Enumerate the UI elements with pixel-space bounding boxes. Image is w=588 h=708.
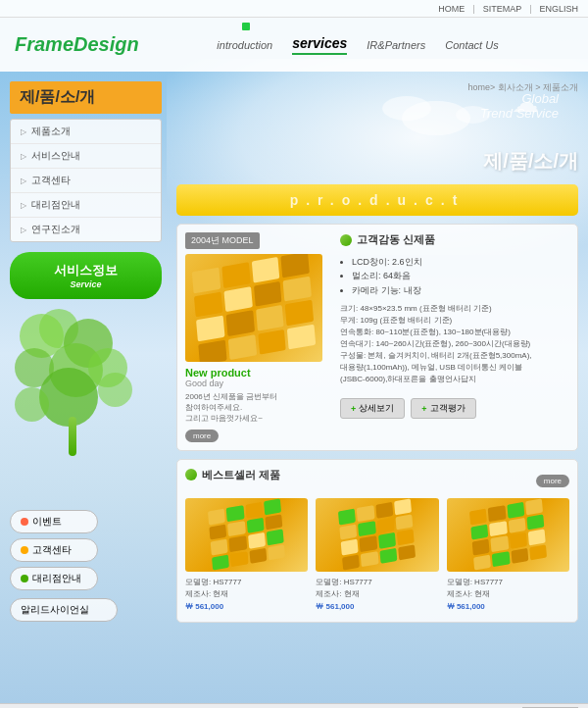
tree-decoration	[10, 309, 162, 505]
logo-design: Design	[74, 33, 139, 55]
more-btn-main[interactable]: more	[185, 430, 219, 442]
tile-grid-small-3	[469, 499, 547, 571]
customer-dot	[21, 546, 28, 554]
logo: FrameDesign	[15, 33, 142, 56]
english-link[interactable]: ENGLISH	[539, 4, 578, 14]
new-product-label: New product	[185, 367, 332, 379]
global-text: Global Trend Service	[480, 91, 559, 121]
icon-buttons: 이벤트 고객센타 대리점안내 알리드사이언실	[10, 510, 162, 622]
sidebar-item-service[interactable]: 서비스안내	[11, 144, 161, 169]
section-header: 고객감동 신제품	[340, 232, 569, 247]
new-product-sub: Good day	[185, 379, 332, 388]
products-grid: 모델명: HS7777 제조사: 현재 ￦ 561,000	[185, 498, 569, 614]
maker-2: 제조사: 현재	[316, 588, 438, 601]
product-info: 고객감동 신제품 LCD창이: 2.6인치 멀소리: 64화음 카메라 기능: …	[340, 232, 569, 442]
dealer-btn[interactable]: 대리점안내	[10, 567, 98, 590]
customer-label: 고객센타	[32, 543, 72, 557]
footer: Copyright© 2004 All rights reserved. Fra…	[0, 703, 588, 708]
tile-grid-small-2	[338, 499, 416, 571]
page-title-korean: 제/품/소/개	[483, 148, 578, 175]
sidebar-item-dealer[interactable]: 대리점안내	[11, 193, 161, 218]
ask-label: 알리드사이언실	[21, 604, 89, 615]
header: FrameDesign introduction services IR&Par…	[0, 18, 588, 72]
section-title: 고객감동 신제품	[357, 232, 435, 247]
main-content: ☁ Global Trend Service home> 회사소개 > 제품소개…	[172, 72, 588, 703]
sidebar-item-customer[interactable]: 고객센타	[11, 169, 161, 193]
yellow-banner: p.r.o.d.u.c.t	[176, 184, 578, 216]
product-card-img-2	[316, 498, 438, 572]
top-nav-bar: HOME | SITEMAP | ENGLISH	[0, 0, 588, 18]
action-buttons: + 상세보기 + 고객평가	[340, 393, 569, 419]
spec-detail: 크기: 48×95×23.5 mm (표준형 배터리 기준) 무게: 109g …	[340, 303, 569, 385]
maker-3: 제조사: 현재	[447, 588, 569, 601]
product-card-1: 모델명: HS7777 제조사: 현재 ￦ 561,000	[185, 498, 308, 614]
bestseller-title: 베스트셀러 제품	[202, 468, 280, 482]
sidebar-item-research[interactable]: 연구진소개	[11, 218, 161, 241]
event-label: 이벤트	[32, 515, 62, 529]
tile-grid-small-1	[208, 499, 285, 571]
model-1: 모델명: HS7777	[185, 577, 308, 589]
nav-contact[interactable]: Contact Us	[445, 39, 498, 51]
section-dot	[340, 234, 352, 246]
product-card-info-3: 모델명: HS7777 제조사: 현재 ￦ 561,000	[447, 577, 569, 614]
service-btn-label: 서비스정보	[20, 262, 152, 279]
spec-item-3: 카메라 기능: 내장	[352, 283, 569, 297]
product-main-section: 2004년 MODEL	[176, 224, 578, 451]
product-card-img-1	[185, 498, 308, 572]
detail-label: 상세보기	[359, 402, 394, 415]
nav-services[interactable]: services	[292, 35, 347, 55]
page-header: ☁ Global Trend Service home> 회사소개 > 제품소개…	[176, 81, 578, 179]
nav-ir[interactable]: IR&Partners	[367, 39, 425, 51]
sidebar: 제/품/소/개 제품소개 서비스안내 고객센타 대리점안내 연구진소개 서비스정…	[0, 72, 172, 703]
review-label: 고객평가	[430, 402, 466, 415]
product-card-3: 모델명: HS7777 제조사: 현재 ￦ 561,000	[447, 498, 569, 614]
logo-frame: Frame	[15, 33, 74, 55]
bestseller-header: 베스트셀러 제품 more	[185, 468, 569, 490]
model-2: 모델명: HS7777	[316, 577, 438, 589]
product-desc: 2006년 신제품을 금번부터참여하여주세요.그리고 마음껏가세요~	[185, 391, 332, 425]
plus-icon-1: +	[351, 404, 356, 414]
detail-btn[interactable]: + 상세보기	[340, 398, 405, 419]
product-card-info-1: 모델명: HS7777 제조사: 현재 ￦ 561,000	[185, 577, 308, 614]
sep2: |	[529, 4, 531, 14]
model-tag: 2004년 MODEL	[185, 232, 260, 249]
nav-links: introduction services IR&Partners Contac…	[142, 35, 573, 55]
product-card-2: 모델명: HS7777 제조사: 현재 ￦ 561,000	[316, 498, 438, 614]
dealer-label: 대리점안내	[32, 572, 81, 585]
product-card-img-3	[447, 498, 569, 572]
tile-grid	[192, 254, 316, 362]
spec-item-2: 멀소리: 64화음	[352, 269, 569, 282]
home-link[interactable]: HOME	[438, 4, 465, 14]
sidebar-menu: 제품소개 서비스안내 고객센타 대리점안내 연구진소개	[10, 119, 162, 242]
service-info-button[interactable]: 서비스정보 Service	[10, 252, 162, 299]
ask-btn[interactable]: 알리드사이언실	[10, 598, 118, 622]
spec-list: LCD창이: 2.6인치 멀소리: 64화음 카메라 기능: 내장	[340, 255, 569, 297]
plus-icon-2: +	[421, 404, 426, 414]
price-1: ￦ 561,000	[185, 601, 308, 614]
dealer-dot	[21, 575, 28, 582]
review-btn[interactable]: + 고객평가	[411, 398, 475, 419]
bestseller-section: 베스트셀러 제품 more	[176, 459, 578, 623]
event-dot	[21, 518, 28, 526]
product-card-info-2: 모델명: HS7777 제조사: 현재 ￦ 561,000	[316, 577, 438, 614]
spec-item-1: LCD창이: 2.6인치	[352, 255, 569, 269]
sep1: |	[472, 4, 474, 14]
sidebar-item-product[interactable]: 제품소개	[11, 120, 161, 144]
sitemap-link[interactable]: SITEMAP	[483, 4, 522, 14]
services-indicator	[242, 23, 250, 30]
product-image	[185, 254, 322, 362]
bestseller-more-btn[interactable]: more	[536, 475, 569, 487]
service-btn-sub: Service	[20, 279, 152, 289]
model-3: 모델명: HS7777	[447, 577, 569, 589]
customer-btn[interactable]: 고객센타	[10, 538, 98, 562]
content-area: 제/품/소/개 제품소개 서비스안내 고객센타 대리점안내 연구진소개 서비스정…	[0, 72, 588, 703]
event-btn[interactable]: 이벤트	[10, 510, 98, 533]
maker-1: 제조사: 현재	[185, 588, 308, 601]
cloud-2	[382, 96, 431, 121]
bestseller-dot	[185, 469, 197, 480]
price-2: ￦ 561,000	[316, 601, 438, 614]
nav-introduction[interactable]: introduction	[217, 39, 272, 51]
bestseller-title-group: 베스트셀러 제품	[185, 468, 280, 482]
price-3: ￦ 561,000	[447, 601, 569, 614]
product-image-box: 2004년 MODEL	[185, 232, 332, 442]
